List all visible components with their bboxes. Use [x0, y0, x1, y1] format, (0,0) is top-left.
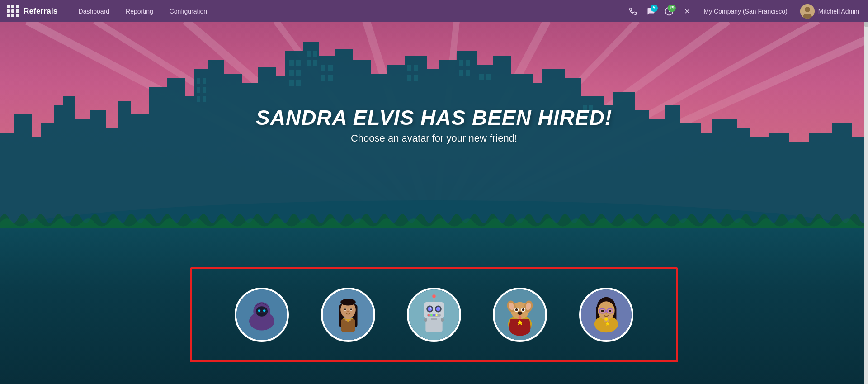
svg-point-125 — [347, 319, 349, 322]
menu-item-configuration[interactable]: Configuration — [161, 0, 215, 22]
scrollbar[interactable] — [864, 0, 868, 384]
messages-icon-button[interactable]: 5 — [643, 4, 659, 19]
svg-point-143 — [424, 318, 427, 321]
svg-point-123 — [350, 308, 352, 310]
avatar-warrior[interactable] — [321, 288, 375, 342]
avatar-dog[interactable] — [493, 288, 547, 342]
svg-point-144 — [441, 318, 444, 321]
svg-point-171 — [601, 310, 604, 312]
svg-point-135 — [438, 307, 440, 309]
hero-headline-area: SANDRA ELVIS HAS BEEN HIRED! Choose an a… — [0, 105, 868, 144]
svg-point-156 — [518, 312, 523, 315]
app-brand[interactable]: Referrals — [24, 7, 58, 16]
svg-point-124 — [347, 311, 349, 312]
user-name-label: Mitchell Admin — [818, 8, 859, 15]
svg-point-110 — [258, 309, 261, 312]
svg-text:★: ★ — [605, 320, 610, 327]
close-icon-button[interactable] — [679, 4, 695, 19]
svg-point-109 — [256, 306, 268, 316]
avatar-robot[interactable] — [407, 288, 461, 342]
svg-point-134 — [430, 307, 432, 309]
svg-rect-138 — [431, 314, 433, 316]
svg-point-111 — [263, 309, 266, 312]
company-name[interactable]: My Company (San Francisco) — [698, 8, 794, 15]
svg-rect-139 — [433, 314, 435, 316]
svg-rect-127 — [425, 318, 442, 332]
menu-item-dashboard[interactable]: Dashboard — [71, 0, 118, 22]
phone-icon-button[interactable] — [625, 4, 641, 19]
svg-point-4 — [805, 7, 810, 12]
svg-point-173 — [605, 313, 607, 314]
messages-badge: 5 — [651, 5, 658, 12]
avatar-ninja[interactable] — [235, 288, 289, 342]
svg-point-132 — [428, 307, 432, 311]
activity-icon-button[interactable]: 29 — [661, 4, 677, 19]
main-content: SANDRA ELVIS HAS BEEN HIRED! Choose an a… — [0, 22, 868, 384]
topnav-action-area: 5 29 My Company (San Francisco) — [625, 4, 863, 19]
grid-dots-icon — [7, 5, 19, 17]
svg-point-155 — [522, 308, 525, 311]
svg-rect-137 — [428, 314, 430, 316]
activity-badge: 29 — [668, 5, 675, 12]
top-navigation: Referrals Dashboard Reporting Configurat… — [0, 0, 868, 22]
svg-point-142 — [432, 294, 435, 298]
menu-item-reporting[interactable]: Reporting — [118, 0, 161, 22]
app-grid-icon[interactable] — [5, 4, 20, 19]
svg-rect-140 — [436, 314, 438, 316]
svg-point-119 — [340, 299, 356, 306]
user-avatar — [800, 4, 815, 19]
hero-title: SANDRA ELVIS HAS BEEN HIRED! — [0, 105, 868, 130]
svg-point-172 — [609, 310, 611, 312]
svg-point-122 — [344, 308, 346, 310]
avatar-woman[interactable]: ★ — [579, 288, 633, 342]
hero-subtitle: Choose an avatar for your new friend! — [0, 133, 868, 144]
user-menu[interactable]: Mitchell Admin — [797, 4, 863, 19]
main-menu: Dashboard Reporting Configuration — [71, 0, 215, 22]
svg-point-157 — [519, 317, 522, 319]
svg-point-154 — [515, 308, 518, 311]
svg-point-133 — [436, 307, 440, 311]
avatar-selection-container: ★ — [190, 267, 678, 362]
